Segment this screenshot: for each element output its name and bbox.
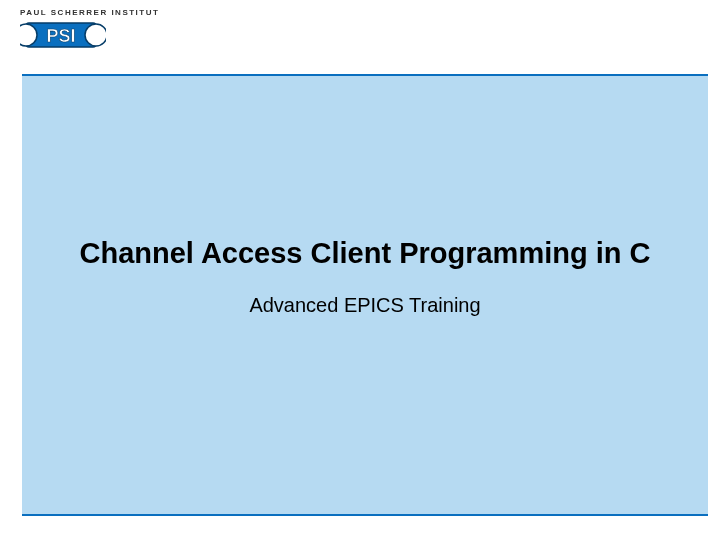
header: PAUL SCHERRER INSTITUT PSI bbox=[0, 0, 720, 74]
svg-text:PSI: PSI bbox=[46, 26, 75, 46]
slide-subtitle: Advanced EPICS Training bbox=[249, 294, 480, 317]
logo-tagline: PAUL SCHERRER INSTITUT bbox=[20, 8, 720, 17]
svg-point-1 bbox=[20, 24, 37, 46]
slide-title: Channel Access Client Programming in C bbox=[80, 237, 651, 270]
psi-logo: PSI bbox=[20, 19, 106, 55]
title-slide-panel: Channel Access Client Programming in C A… bbox=[22, 74, 708, 516]
svg-point-2 bbox=[85, 24, 106, 46]
